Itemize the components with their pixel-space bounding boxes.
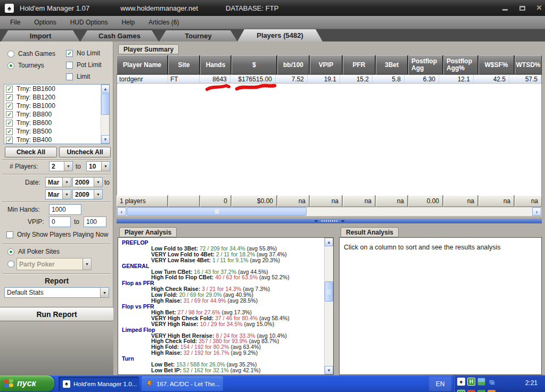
run-report-button[interactable]: Run Report bbox=[0, 307, 113, 321]
network-icon[interactable] bbox=[488, 378, 496, 386]
scroll-thumb[interactable] bbox=[101, 94, 110, 115]
scroll-right-icon[interactable]: › bbox=[532, 207, 541, 216]
radio-single-site[interactable] bbox=[7, 261, 14, 268]
language-indicator[interactable]: EN bbox=[429, 377, 451, 391]
tab-import[interactable]: Import bbox=[1, 30, 80, 41]
splitter-arrow-icon bbox=[314, 220, 318, 222]
min-hands-input[interactable]: 1000 bbox=[49, 204, 81, 215]
radio-cash-games[interactable]: Cash Games bbox=[7, 50, 55, 57]
vpip-from-input[interactable]: 0 bbox=[49, 216, 71, 227]
totals-row: 1 players 0 $0.00 na na na na 0.00 na na… bbox=[117, 195, 542, 207]
vpip-label: VPIP: bbox=[28, 218, 44, 226]
chevron-down-icon[interactable]: ▼ bbox=[101, 162, 110, 171]
window-title: Hold'em Manager 1.07 bbox=[20, 4, 89, 12]
list-item[interactable]: ✓Trny: BB1200 bbox=[4, 93, 109, 102]
scroll-down-icon[interactable]: ▼ bbox=[101, 135, 110, 144]
column-header-bb100[interactable]: bb/100 bbox=[277, 55, 309, 74]
column-header-3bet[interactable]: 3Bet bbox=[376, 55, 408, 74]
column-header-postflop-agg-pct[interactable]: Postflop Agg% bbox=[443, 55, 478, 74]
list-item[interactable]: ✓Trny: BB400 bbox=[4, 136, 109, 144]
spade-card-icon[interactable]: ♠ bbox=[457, 378, 465, 386]
checked-checkbox-icon: ✓ bbox=[6, 103, 13, 110]
chevron-down-icon[interactable]: ▼ bbox=[62, 190, 71, 199]
list-item[interactable]: ✓Trny: BB500 bbox=[4, 127, 109, 136]
column-header-postflop-agg[interactable]: Postflop Agg bbox=[408, 55, 443, 74]
chevron-down-icon[interactable]: ▼ bbox=[62, 178, 71, 187]
scroll-thumb[interactable] bbox=[127, 207, 307, 216]
maximize-icon[interactable] bbox=[518, 4, 526, 11]
scroll-up-icon[interactable]: ▲ bbox=[101, 85, 110, 93]
scroll-up-icon[interactable]: ▲ bbox=[325, 238, 333, 246]
checked-checkbox-icon: ✓ bbox=[6, 128, 13, 135]
column-header-wsf[interactable]: W$SF% bbox=[478, 55, 514, 74]
analysis-scrollbar[interactable]: ▲ ▼ bbox=[324, 238, 333, 374]
list-item[interactable]: ✓Trny: BB800 bbox=[4, 110, 109, 119]
chevron-down-icon[interactable]: ▼ bbox=[94, 178, 102, 187]
menu-hud-options[interactable]: HUD Options bbox=[63, 19, 115, 26]
column-header-site[interactable]: Site bbox=[168, 55, 200, 74]
checkbox-limit[interactable]: ✓ Limit bbox=[66, 73, 90, 80]
tourney-listbox: ✓Trny: BB1600 ✓Trny: BB1200 ✓Trny: BB100… bbox=[4, 84, 110, 144]
scroll-thumb[interactable] bbox=[325, 281, 333, 302]
column-header-wtsd[interactable]: WTSD% bbox=[515, 55, 542, 74]
check-all-button[interactable]: Check All bbox=[5, 147, 57, 157]
checkbox-pot-limit[interactable]: ✓ Pot Limit bbox=[66, 61, 102, 69]
scroll-down-icon[interactable]: ▼ bbox=[325, 366, 333, 374]
list-item[interactable]: ✓Trny: BB1000 bbox=[4, 102, 109, 110]
site-select[interactable]: Party Poker▼ bbox=[16, 258, 92, 270]
table-row[interactable]: tordgenr FT 8643 $176515.00 7.52 19.1 15… bbox=[117, 74, 541, 84]
column-header-hands[interactable]: Hands bbox=[200, 55, 231, 74]
column-header-dollar[interactable]: $ bbox=[232, 55, 277, 74]
taskbar-item-winamp[interactable]: 167. AC/DC - Let The... bbox=[142, 377, 223, 391]
start-button[interactable]: пуск bbox=[0, 376, 54, 391]
players-to-select[interactable]: 10▼ bbox=[86, 161, 110, 171]
vpip-to-input[interactable]: 100 bbox=[84, 216, 106, 227]
date-to-year-select[interactable]: 2009▼ bbox=[72, 189, 103, 199]
all-poker-sites-label: All Poker Sites bbox=[18, 248, 60, 255]
menu-help[interactable]: Help bbox=[114, 19, 142, 26]
date-from-year-select[interactable]: 2009▼ bbox=[72, 177, 103, 187]
checkbox-icon: ✓ bbox=[66, 73, 73, 80]
menu-options[interactable]: Options bbox=[27, 19, 63, 26]
picture-icon[interactable] bbox=[477, 378, 485, 386]
tab-cash-games[interactable]: Cash Games bbox=[80, 30, 159, 41]
chevron-down-icon[interactable]: ▼ bbox=[100, 288, 109, 297]
radio-tourneys[interactable]: Tourneys bbox=[7, 62, 44, 69]
checkbox-pot-limit-label: Pot Limit bbox=[77, 61, 102, 69]
column-header-pfr[interactable]: PFR bbox=[343, 55, 375, 74]
player-analysis-panel: PREFLOP Low Fold to 3Bet: 72 / 209 for 3… bbox=[118, 237, 334, 375]
report-select[interactable]: Default Stats▼ bbox=[4, 287, 109, 298]
close-icon[interactable]: ✕ bbox=[535, 4, 543, 11]
tab-tourney[interactable]: Tourney bbox=[159, 30, 237, 41]
players-from-select[interactable]: 2▼ bbox=[49, 161, 73, 171]
column-header-player-name[interactable]: Player Name bbox=[117, 55, 168, 74]
list-item[interactable]: ✓Trny: BB600 bbox=[4, 119, 109, 127]
column-header-vpip[interactable]: VPIP bbox=[310, 55, 342, 74]
checked-checkbox-icon: ✓ bbox=[6, 137, 13, 144]
menu-file[interactable]: File bbox=[0, 19, 27, 26]
radio-all-poker-sites[interactable]: All Poker Sites bbox=[7, 248, 60, 255]
minimize-icon[interactable] bbox=[501, 4, 509, 11]
radio-cash-games-label: Cash Games bbox=[18, 50, 55, 57]
panel-splitter[interactable] bbox=[117, 219, 542, 223]
scroll-left-icon[interactable]: ‹ bbox=[117, 207, 126, 216]
date-to-month-select[interactable]: Mar▼ bbox=[45, 189, 71, 199]
chevron-down-icon[interactable]: ▼ bbox=[94, 190, 102, 199]
list-item[interactable]: ✓Trny: BB1600 bbox=[4, 85, 109, 93]
window-url: www.holdemmanager.net bbox=[120, 4, 198, 12]
windows-logo-icon bbox=[4, 379, 14, 388]
uncheck-all-button[interactable]: Uncheck All bbox=[59, 147, 111, 157]
table-horizontal-scrollbar[interactable]: ‹ › bbox=[117, 207, 542, 216]
player-analysis-text: PREFLOP Low Fold to 3Bet: 72 / 209 for 3… bbox=[118, 238, 324, 374]
checkbox-limit-label: Limit bbox=[77, 73, 90, 80]
list-scrollbar[interactable]: ▲ ▼ bbox=[101, 85, 109, 144]
checkbox-only-show-playing[interactable]: ✓ Only Show Players Playing Now bbox=[6, 231, 108, 238]
menu-articles[interactable]: Articles (6) bbox=[142, 19, 186, 26]
main-content: Player Summary Player Name Site Hands $ … bbox=[116, 41, 545, 375]
hm-h-icon[interactable]: H bbox=[467, 378, 475, 386]
date-from-month-select[interactable]: Mar▼ bbox=[45, 177, 71, 187]
taskbar-item-holdem-manager[interactable]: ♠ Hold'em Manager 1.0... bbox=[59, 377, 139, 391]
tab-players[interactable]: Players (5482) bbox=[237, 29, 323, 41]
checkbox-no-limit[interactable]: ✓ No Limit bbox=[66, 49, 100, 57]
chevron-down-icon[interactable]: ▼ bbox=[64, 162, 72, 171]
